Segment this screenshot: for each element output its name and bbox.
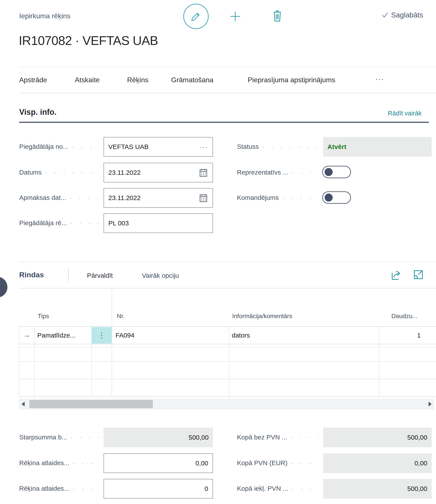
field-label-invoice-discount-amount: Rēķina atlaides... <box>19 458 99 468</box>
field-label-vendor-invoice-no: Piegādātāja rē... <box>19 218 99 228</box>
column-header-daudzums[interactable]: Daudzu... <box>379 313 418 320</box>
purchase-invoice-page: Iepirkuma rēķins Saglabāts <box>0 0 436 504</box>
field-label-subtotal: Starpsumma b... <box>19 432 99 442</box>
total-excl-vat-field: 500,00 <box>323 428 432 447</box>
calendar-icon[interactable] <box>199 193 208 203</box>
table-row-empty[interactable] <box>19 362 436 379</box>
scroll-right-icon[interactable] <box>429 402 432 406</box>
dot-leader <box>73 484 99 493</box>
cell-info[interactable]: dators <box>232 332 250 339</box>
calendar-icon[interactable] <box>199 168 208 177</box>
dot-leader <box>292 484 319 493</box>
dot-leader <box>72 142 99 151</box>
field-label-business-trip: Komandējums <box>237 193 319 203</box>
dot-leader <box>71 432 99 442</box>
table-row-empty[interactable] <box>19 347 436 361</box>
field-label-total-excl-vat: Kopā bez PVN ... <box>237 432 319 442</box>
menu-item-atskaite[interactable]: Atskaite <box>75 76 100 84</box>
invoice-discount-percent-field[interactable]: 0 <box>104 479 213 499</box>
dot-leader <box>45 168 99 177</box>
section-title-lines: Rindas <box>19 271 44 279</box>
toggle-knob <box>325 194 333 202</box>
delete-button[interactable] <box>271 9 284 23</box>
cell-tips[interactable]: Pamatlīdze... <box>37 332 75 339</box>
dot-leader <box>282 193 319 203</box>
field-label-total-vat: Kopā PVN (EUR) <box>237 458 319 468</box>
copilot-edge-bubble[interactable] <box>0 277 7 298</box>
page-title: IR107082 · VEFTAS UAB <box>19 33 158 48</box>
field-label-invoice-discount-percent: Rēķina atlaides... <box>19 484 99 493</box>
open-in-new-window-button[interactable] <box>412 268 425 281</box>
vendor-name-field[interactable]: VEFTAS UAB ··· <box>104 137 213 157</box>
section-underline <box>19 122 429 123</box>
table-row-empty[interactable] <box>19 379 436 396</box>
dot-leader <box>291 458 319 468</box>
total-vat-field: 0,00 <box>323 453 432 473</box>
cell-nr[interactable]: FA094 <box>116 332 135 339</box>
menu-item-pieprasijuma-apstiprinajums[interactable]: Pieprasījuma apstiprinājums <box>248 76 335 84</box>
row-options-icon[interactable]: ⋮ <box>92 327 112 344</box>
horizontal-scrollbar[interactable] <box>19 399 434 410</box>
edit-button[interactable] <box>183 4 209 29</box>
column-header-info[interactable]: Informācija/komentārs <box>232 313 292 320</box>
cell-qty[interactable]: 1 <box>379 332 421 339</box>
new-button[interactable] <box>228 9 242 23</box>
show-more-link[interactable]: Rādīt vairāk <box>388 110 422 117</box>
field-label-vendor: Piegādātāja no... <box>19 142 99 151</box>
lines-header-divider <box>68 268 69 283</box>
field-label-status: Statuss <box>237 142 319 151</box>
check-icon <box>381 11 389 19</box>
lines-manage-menu[interactable]: Pārvaldīt <box>87 272 113 279</box>
dot-leader <box>70 218 99 228</box>
scrollbar-thumb[interactable] <box>29 400 153 408</box>
field-label-representative: Reprezentatīvs ... <box>237 168 319 177</box>
field-label-date: Datums <box>19 168 99 177</box>
save-status: Saglabāts <box>381 11 423 19</box>
vendor-invoice-no-field[interactable]: PL 003 <box>104 213 213 233</box>
menu-item-apstrade[interactable]: Apstrāde <box>19 76 47 84</box>
page-type-caption: Iepirkuma rēķins <box>19 12 70 20</box>
business-trip-toggle[interactable] <box>322 191 351 204</box>
dot-leader <box>291 432 319 442</box>
scroll-left-icon[interactable] <box>22 402 25 406</box>
invoice-discount-amount-field[interactable]: 0,00 <box>104 453 213 473</box>
share-icon <box>390 269 402 280</box>
active-row-arrow-icon: → <box>19 331 34 339</box>
toggle-knob <box>325 168 333 176</box>
document-date-field[interactable]: 23.11.2022 <box>104 163 213 182</box>
dot-leader <box>292 168 319 177</box>
share-lines-button[interactable] <box>389 268 403 281</box>
column-header-nr[interactable]: Nr. <box>117 313 125 320</box>
menu-overflow-icon[interactable]: ··· <box>375 75 384 83</box>
dot-leader <box>73 458 99 468</box>
total-incl-vat-field: 500,00 <box>323 479 432 499</box>
status-field: Atvērt <box>323 137 432 157</box>
dot-leader <box>70 193 99 203</box>
representative-toggle[interactable] <box>322 166 351 178</box>
expand-icon <box>413 269 424 280</box>
lines-more-options-menu[interactable]: Vairāk opciju <box>142 272 179 279</box>
subtotal-field: 500,00 <box>104 428 213 447</box>
section-title-general: Visp. info. <box>19 108 56 117</box>
save-status-label: Saglabāts <box>391 11 423 19</box>
trash-icon <box>271 9 283 22</box>
due-date-field[interactable]: 23.11.2022 <box>104 188 213 208</box>
menu-item-rekins[interactable]: Rēķins <box>127 76 148 84</box>
lookup-ellipsis-icon[interactable]: ··· <box>200 143 208 150</box>
status-badge: Atvērt <box>327 143 346 150</box>
plus-icon <box>229 10 242 23</box>
field-label-due-date: Apmaksas dat... <box>19 193 99 203</box>
field-label-total-incl-vat: Kopā iekļ. PVN ... <box>237 484 319 493</box>
menu-item-gramatosana[interactable]: Grāmatošana <box>171 76 213 84</box>
dot-leader <box>262 142 319 151</box>
column-header-tips[interactable]: Tips <box>38 313 49 320</box>
pencil-icon <box>190 10 202 22</box>
